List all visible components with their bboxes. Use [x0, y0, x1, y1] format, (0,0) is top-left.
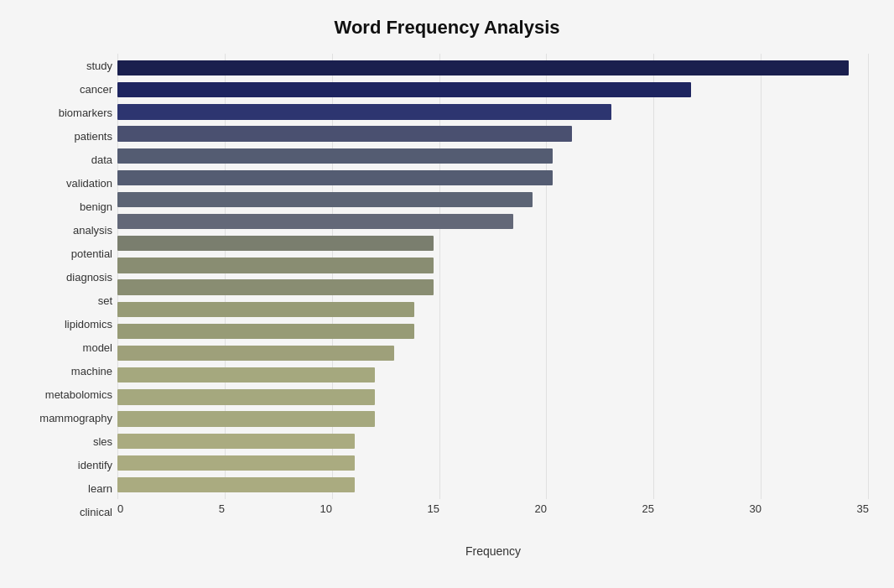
bar-row	[117, 430, 869, 452]
bar-row	[117, 57, 869, 79]
bar-row	[117, 474, 869, 496]
bar-row	[117, 277, 869, 299]
y-label: identify	[25, 460, 112, 471]
bar-row	[117, 145, 869, 167]
bar-row	[117, 364, 869, 386]
bar	[117, 434, 355, 449]
bar	[117, 411, 375, 426]
bars-and-grid: 05101520253035 Frequency	[117, 54, 869, 524]
x-tick-label: 10	[320, 502, 332, 515]
bar-row	[117, 211, 869, 232]
bar	[117, 192, 533, 207]
bar	[117, 82, 691, 97]
x-axis-labels: 05101520253035	[117, 499, 869, 524]
bar-row	[117, 189, 869, 211]
bar	[117, 214, 513, 229]
x-axis-title: Frequency	[117, 544, 869, 558]
x-tick-label: 35	[857, 502, 869, 515]
bar	[117, 104, 611, 119]
bar	[117, 148, 553, 164]
bar	[117, 367, 375, 382]
y-label: sles	[25, 436, 112, 447]
y-labels: studycancerbiomarkerspatientsdatavalidat…	[25, 54, 117, 524]
y-label: learn	[25, 483, 112, 494]
bar-row	[117, 452, 869, 474]
y-label: cancer	[25, 84, 112, 95]
bars-wrapper	[117, 54, 869, 499]
y-label: machine	[25, 366, 112, 377]
bar	[117, 346, 394, 361]
y-label: study	[25, 60, 112, 71]
y-label: biomarkers	[25, 107, 112, 118]
bar-row	[117, 79, 869, 101]
y-label: analysis	[25, 225, 112, 236]
y-label: diagnosis	[25, 272, 112, 283]
chart-area: studycancerbiomarkerspatientsdatavalidat…	[25, 54, 869, 524]
bar-row	[117, 167, 869, 189]
y-label: mammography	[25, 413, 112, 424]
x-tick-label: 20	[535, 502, 547, 515]
x-tick-label: 15	[428, 502, 439, 515]
bar-row	[117, 386, 869, 408]
bar-row	[117, 101, 869, 122]
bar	[117, 389, 375, 404]
y-label: clinical	[25, 507, 112, 518]
bar	[117, 126, 572, 141]
bar-row	[117, 254, 869, 276]
y-label: potential	[25, 248, 112, 259]
bar	[117, 170, 553, 185]
chart-title: Word Frequency Analysis	[25, 17, 869, 39]
bar	[117, 236, 434, 251]
chart-container: Word Frequency Analysis studycancerbioma…	[0, 0, 894, 588]
y-label: metabolomics	[25, 389, 112, 400]
x-tick-label: 5	[219, 502, 225, 515]
bar-row	[117, 320, 869, 342]
bar-row	[117, 342, 869, 364]
bar-row	[117, 122, 869, 144]
y-label: data	[25, 154, 112, 165]
bar	[117, 279, 434, 294]
bar	[117, 455, 355, 471]
y-label: lipidomics	[25, 319, 112, 330]
bar-row	[117, 232, 869, 254]
y-label: benign	[25, 201, 112, 212]
bar-row	[117, 408, 869, 430]
y-label: set	[25, 295, 112, 306]
y-label: model	[25, 342, 112, 353]
bar-row	[117, 299, 869, 320]
bar	[117, 60, 849, 75]
x-tick-label: 25	[642, 502, 654, 515]
x-tick-label: 0	[117, 502, 123, 515]
bar	[117, 477, 355, 492]
x-tick-label: 30	[750, 502, 761, 515]
bar	[117, 302, 414, 317]
y-label: patients	[25, 131, 112, 142]
bar	[117, 258, 434, 273]
bar	[117, 324, 414, 339]
y-label: validation	[25, 178, 112, 189]
